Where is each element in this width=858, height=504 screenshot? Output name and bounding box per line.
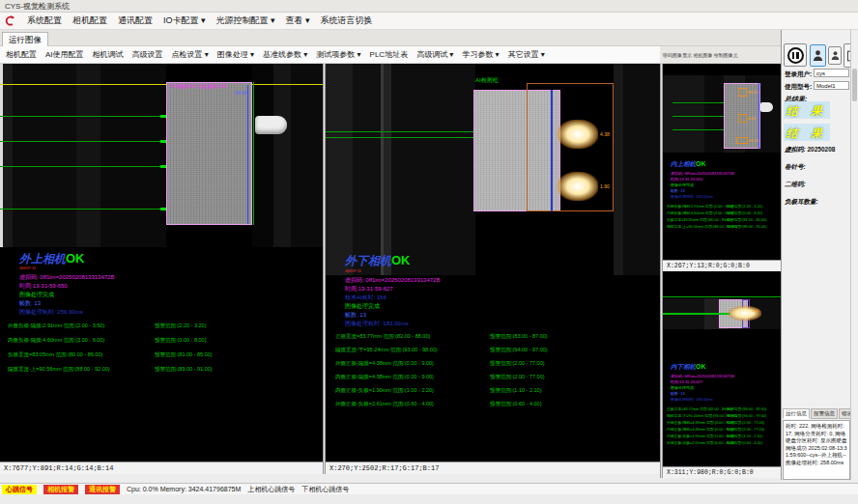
clip-object <box>760 102 773 112</box>
login-user-label: 登录用户: <box>785 70 812 79</box>
param-warn-range: 预警范围:(83.00 - 87.00) <box>490 333 548 340</box>
tab-alarm-info[interactable]: 报警信息 <box>811 408 838 419</box>
barcode-line: 虚拟码: 0ff1im=2025020813313472B <box>671 171 734 176</box>
panel-scrollbar[interactable] <box>850 30 858 480</box>
param-warn-range: 预警范围:(1.10 - 2.10) <box>727 434 762 438</box>
camera-alarm-indicator: 相机报警 <box>43 485 78 494</box>
measure-green-line <box>672 102 724 103</box>
param-value: 隔膜宽度-上=90.56mm 范围:(88.00 - 92.00) <box>8 366 155 373</box>
menu-item-camera-config[interactable]: 相机配置 <box>72 14 107 27</box>
toolbar-item-test-item-params[interactable]: 测试项参数 ▾ <box>316 49 360 60</box>
pixel-coords-bar: X:7677;Y:891;R:14;G:14;B:14 <box>0 462 323 474</box>
toolbar-item-plc-address-table[interactable]: PLC地址表 <box>370 49 409 60</box>
square-label: 83.05 <box>748 90 758 95</box>
camera-view-middle[interactable]: AI检测框 4.38 1.90 外下相机OK 相机IP:11 虚拟码: 0ff1… <box>326 64 660 474</box>
camera-title-text: 外下相机 <box>345 254 391 267</box>
tab-run-info[interactable]: 运行信息 <box>783 408 810 419</box>
param-value: 正极宽度=83.77mm 范围:(82.00 - 88.00) <box>335 333 490 340</box>
pixel-coords-bar: X:270;Y:2502;R:17;G:17;B:17 <box>326 462 660 474</box>
qrcode-field: 二维码: <box>785 181 806 189</box>
menu-item-language-switch[interactable]: 系统语言切换 <box>321 14 373 27</box>
param-line: 内侧负极-隔膜:4.60mm 范围:(3.00 - 6.00)预警范围:(0.0… <box>8 337 207 344</box>
frame-count-line: 帧数: 13 <box>671 188 685 193</box>
measure-blue-line <box>551 90 553 211</box>
edge-green-line <box>253 82 254 225</box>
param-line: 内侧正极-隔膜=4.38mm 范围:(0.00 - 9.00)预警范围:(2.0… <box>335 374 545 380</box>
camera-view-left[interactable]: 平均阈值:93, 动态阈值:100 93.88 外上相机OK 相机IP:11 虚… <box>0 64 323 474</box>
field-label: 虚拟码: <box>785 146 806 153</box>
process-done-line: 图像处理完成 <box>671 385 694 390</box>
tab-run-image[interactable]: 运行图像 <box>2 32 48 46</box>
result-display-2: 结 果 <box>784 124 830 141</box>
toolbar-item-ai-usage-config[interactable]: AI使用配置 <box>45 49 84 60</box>
param-value: 正极宽度=83.77mm 范围:(82.00 - 88.00) <box>667 406 727 411</box>
toolbar-item-baseline-params[interactable]: 基准线参数 ▾ <box>263 49 307 60</box>
measure-green-line <box>663 296 781 297</box>
measure-green-line <box>0 166 166 167</box>
param-line: 外侧正极-负极=2.61mm 范围:(0.60 - 4.00)预警范围:(0.6… <box>335 401 542 407</box>
process-done-line: 图像处理完成 <box>671 182 694 187</box>
param-line: 负极宽度=83.05mm 范围:(80.00 - 86.00)预警范围:(81.… <box>667 217 766 222</box>
result-display-1: 结 果 <box>784 101 830 119</box>
process-done-line: 图像处理完成 <box>345 302 380 311</box>
toolbar-item-advanced-debug[interactable]: 高级调试 ▾ <box>416 49 453 60</box>
menu-item-comm-config[interactable]: 通讯配置 <box>118 14 153 27</box>
param-warn-range: 预警范围:(2.00 - 77.00) <box>727 420 764 425</box>
detect-square <box>738 114 747 123</box>
square-label: 4.60 <box>748 116 756 121</box>
measure-green-line <box>0 116 166 117</box>
camera-view-mini-bottom[interactable]: 2.61 内下相机OK 虚拟码: 0ff1im=2025020813313472… <box>663 271 781 478</box>
menu-item-io-card-config[interactable]: IO卡配置 ▾ <box>163 14 206 27</box>
upper-camera-heartbeat: 上相机心跳信号 <box>247 485 295 494</box>
elapsed-line: 图像处理耗时: 256.00ms <box>19 308 83 317</box>
toolbar-item-other-settings[interactable]: 其它设置 ▾ <box>508 49 545 60</box>
time-line: 时间:13-31-59-627 <box>345 285 393 294</box>
camera-view-mini-top[interactable]: 83.05 4.60 90.56 内上相机OK 虚拟码: 0ff1im=2025… <box>663 64 781 271</box>
toolbar-item-camera-debug[interactable]: 相机调试 <box>93 49 124 60</box>
measure-green-line <box>663 313 730 315</box>
baseline-yellow-line <box>0 84 323 85</box>
param-value: 外侧正极-隔膜=4.38mm 范围:(0.00 - 9.00) <box>335 360 490 367</box>
model-value[interactable]: Model1 <box>814 81 849 90</box>
menu-item-view[interactable]: 查看 ▾ <box>286 14 310 27</box>
tab-count-field: 负极耳数量: <box>785 198 818 207</box>
clip-object <box>255 116 287 134</box>
frame-count-line: 帧数: 13 <box>671 391 685 396</box>
param-warn-range: 预警范围:(2.20 - 3.20) <box>727 204 762 209</box>
param-line: 内侧负极-隔膜:4.60mm 范围:(3.00 - 6.00)预警范围:(0.0… <box>667 210 762 215</box>
login-user-value[interactable]: cys <box>814 69 849 77</box>
toolbar-item-image-processing[interactable]: 图像处理 ▾ <box>217 49 254 60</box>
scrollbar-thumb[interactable] <box>852 69 857 101</box>
param-value: 外侧正极-隔膜=4.38mm 范围:(0.00 - 9.00) <box>667 420 727 425</box>
param-line: 隔膜宽度-下=95.24mm 范围:(93.00 - 98.00)预警范围:(9… <box>335 347 548 353</box>
camera-image-background <box>663 75 781 153</box>
highlight-blob <box>558 172 598 201</box>
measure-green-line <box>326 137 480 138</box>
toolbar-item-advanced-settings[interactable]: 高级设置 <box>132 49 163 60</box>
toolbar-item-camera-config[interactable]: 相机配置 <box>6 49 37 60</box>
log-tab-bar: 运行信息 报警信息 错误信息 <box>783 408 858 419</box>
barcode-line: 虚拟码: 0ff1im=2025020813313472B <box>345 276 440 285</box>
camera-ok-status: OK <box>696 363 706 370</box>
param-value: 外侧负极-隔膜:2.91mm 范围:(2.00 - 3.50) <box>667 204 727 209</box>
user-switch-button[interactable] <box>828 46 842 65</box>
toolbar-item-spot-check-settings[interactable]: 点检设置 ▾ <box>172 49 209 60</box>
tab-bar: 运行图像 <box>0 30 781 46</box>
roi-rectangle <box>166 82 252 225</box>
operator-login-button[interactable] <box>810 44 826 67</box>
measure-blue-line <box>247 85 248 224</box>
pause-button[interactable] <box>784 43 807 67</box>
param-warn-range: 预警范围:(0.60 - 4.00) <box>727 440 762 445</box>
calib-elapsed-line: 校准AI耗时: 166 <box>345 294 386 302</box>
menu-item-light-control-config[interactable]: 光源控制配置 ▾ <box>216 14 275 27</box>
param-line: 外侧正极-隔膜=4.38mm 范围:(0.00 - 9.00)预警范围:(2.0… <box>335 360 545 367</box>
menu-item-system-config[interactable]: 系统配置 <box>27 14 62 27</box>
param-value: 隔膜宽度-下=95.24mm 范围:(93.00 - 98.00) <box>335 347 490 353</box>
param-warn-range: 预警范围:(89.00 - 91.00) <box>727 224 766 229</box>
field-label: 负极耳数量: <box>785 198 818 205</box>
blob-measure-label: 4.38 <box>600 131 610 137</box>
frame-count-line: 帧数: 13 <box>345 311 366 320</box>
ai-detect-box-label: AI检测框 <box>475 76 499 85</box>
camera-title-text: 内上相机 <box>671 160 696 167</box>
toolbar-item-learning-params[interactable]: 学习参数 ▾ <box>462 49 499 60</box>
